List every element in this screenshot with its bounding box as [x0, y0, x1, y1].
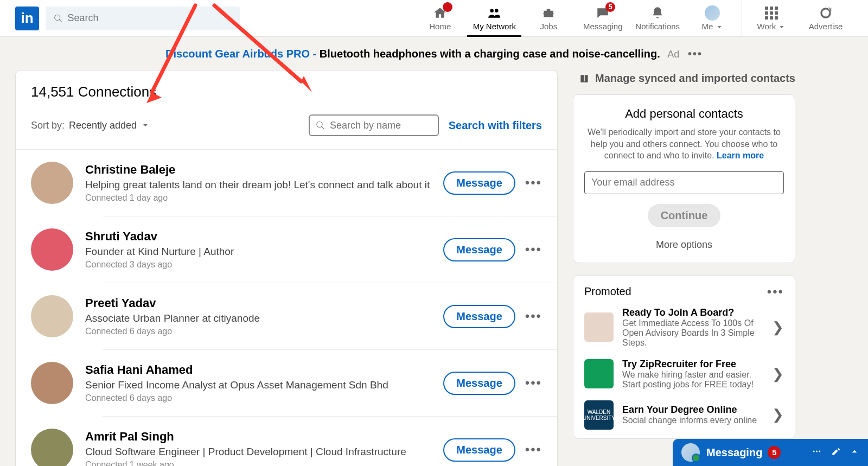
connection-name[interactable]: Preeti Yadav: [85, 296, 443, 310]
promoted-card: Promoted ••• Ready To Join A Board? Get …: [573, 275, 795, 439]
nav-me[interactable]: Me: [685, 0, 739, 37]
dock-expand-button[interactable]: [850, 446, 859, 458]
nav-work-label: Work: [757, 22, 786, 31]
message-button[interactable]: Message: [443, 305, 515, 328]
promoted-header: Promoted: [584, 285, 631, 298]
nav-my-network[interactable]: My Network: [467, 0, 521, 37]
search-icon: [315, 119, 326, 131]
connection-avatar[interactable]: [31, 295, 73, 337]
connection-avatar[interactable]: [31, 429, 73, 466]
connection-tagline: Associate Urban Planner at citiyanode: [85, 312, 443, 324]
connection-avatar[interactable]: [31, 362, 73, 404]
sidebar: Manage synced and imported contacts Add …: [573, 70, 795, 466]
caret-down-icon: [716, 23, 723, 31]
promoted-more-button[interactable]: •••: [767, 284, 784, 299]
target-icon: [819, 6, 833, 20]
nav-work[interactable]: Work: [744, 0, 799, 37]
ad-more-button[interactable]: •••: [688, 48, 703, 60]
connection-time: Connected 1 week ago: [85, 460, 443, 466]
message-button[interactable]: Message: [443, 238, 515, 261]
email-field[interactable]: [584, 171, 784, 194]
home-badge: [443, 2, 452, 12]
row-more-button[interactable]: •••: [525, 242, 542, 257]
sort-value: Recently added: [69, 120, 137, 131]
top-nav: Home My Network Jobs 5 Messaging Notific…: [413, 0, 853, 37]
promoted-desc: Get Immediate Access To 100s Of Open Adv…: [622, 318, 768, 348]
connection-time: Connected 6 days ago: [85, 393, 443, 403]
add-contacts-sub: We'll periodically import and store your…: [584, 126, 784, 162]
connection-name[interactable]: Safia Hani Ahamed: [85, 363, 443, 377]
connection-row: Shruti Yadav Founder at Kind Nurture | A…: [16, 216, 557, 283]
promoted-item[interactable]: Try ZipRecruiter for Free We make hiring…: [584, 351, 784, 393]
caret-down-icon: [778, 23, 786, 31]
dock-compose-button[interactable]: [831, 446, 841, 458]
nav-jobs[interactable]: Jobs: [521, 0, 576, 37]
dock-avatar: [681, 443, 700, 462]
caret-down-icon: [141, 121, 150, 130]
add-contacts-title: Add personal contacts: [584, 107, 784, 121]
annotation-arrow: [206, 0, 331, 111]
ad-label: Ad: [667, 49, 679, 60]
row-more-button[interactable]: •••: [525, 442, 542, 457]
messaging-badge: 5: [605, 2, 615, 12]
row-more-button[interactable]: •••: [525, 309, 542, 324]
nav-home[interactable]: Home: [413, 0, 467, 37]
row-more-button[interactable]: •••: [525, 375, 542, 391]
nav-notifications[interactable]: Notifications: [630, 0, 685, 37]
dock-badge: 5: [768, 446, 781, 459]
ad-banner: Discount Gear Airbuds PRO - Bluetooth he…: [0, 37, 868, 70]
connection-name[interactable]: Christine Baleje: [85, 163, 443, 177]
connection-row: Preeti Yadav Associate Urban Planner at …: [16, 283, 557, 349]
nav-advertise[interactable]: Advertise: [799, 0, 853, 37]
nav-notifications-label: Notifications: [635, 22, 680, 31]
nav-me-label: Me: [701, 22, 723, 31]
connection-time: Connected 6 days ago: [85, 327, 443, 336]
promoted-item[interactable]: WALDENUNIVERSITY Earn Your Degree Online…: [584, 393, 784, 433]
connection-row: Amrit Pal Singh Cloud Software Engineer …: [16, 417, 557, 466]
search-with-filters-link[interactable]: Search with filters: [449, 119, 542, 132]
search-by-name[interactable]: [309, 114, 439, 136]
connection-avatar[interactable]: [31, 228, 73, 271]
chevron-right-icon: ❯: [772, 366, 784, 382]
promoted-icon: WALDENUNIVERSITY: [584, 400, 614, 430]
dock-more-button[interactable]: [813, 446, 822, 458]
people-icon: [487, 6, 501, 20]
connection-tagline: Helping great talents land on their drea…: [85, 179, 443, 191]
book-icon: [579, 73, 590, 84]
connection-row: Christine Baleje Helping great talents l…: [16, 150, 557, 216]
more-options-link[interactable]: More options: [584, 239, 784, 251]
promoted-title: Try ZipRecruiter for Free: [622, 359, 768, 370]
promoted-item[interactable]: Ready To Join A Board? Get Immediate Acc…: [584, 299, 784, 351]
connection-avatar[interactable]: [31, 162, 73, 204]
svg-marker-1: [146, 92, 162, 103]
message-button[interactable]: Message: [443, 372, 515, 395]
svg-line-0: [152, 5, 195, 92]
message-button[interactable]: Message: [443, 438, 515, 462]
connection-name[interactable]: Shruti Yadav: [85, 229, 443, 244]
connection-tagline: Senior Fixed Income Analyst at Opus Asse…: [85, 379, 443, 391]
promoted-desc: We make hiring faster and easier. Start …: [622, 370, 768, 390]
row-more-button[interactable]: •••: [525, 175, 542, 190]
connection-name[interactable]: Amrit Pal Singh: [85, 430, 443, 444]
promoted-icon: [584, 359, 614, 388]
chevron-right-icon: ❯: [772, 406, 784, 423]
me-avatar: [705, 5, 720, 21]
manage-contacts-link[interactable]: Manage synced and imported contacts: [573, 72, 795, 85]
messaging-dock[interactable]: Messaging 5: [673, 439, 868, 466]
search-icon: [53, 13, 63, 24]
linkedin-logo[interactable]: in: [15, 7, 39, 30]
promoted-desc: Social change informs every online: [622, 416, 768, 425]
nav-separator: [742, 0, 742, 37]
continue-button[interactable]: Continue: [648, 204, 721, 227]
learn-more-link[interactable]: Learn more: [717, 151, 764, 160]
message-button[interactable]: Message: [443, 171, 515, 195]
connections-list: Christine Baleje Helping great talents l…: [16, 150, 557, 466]
nav-messaging[interactable]: 5 Messaging: [576, 0, 630, 37]
ad-text: Bluetooth headphones with a charging cas…: [320, 48, 660, 60]
connection-tagline: Cloud Software Engineer | Product Develo…: [85, 446, 443, 458]
promoted-icon: [584, 312, 614, 342]
connections-controls: Sort by: Recently added Search with filt…: [16, 105, 557, 150]
promoted-title: Ready To Join A Board?: [622, 307, 768, 318]
search-by-name-input[interactable]: [330, 120, 432, 131]
annotation-arrow: [136, 0, 217, 122]
